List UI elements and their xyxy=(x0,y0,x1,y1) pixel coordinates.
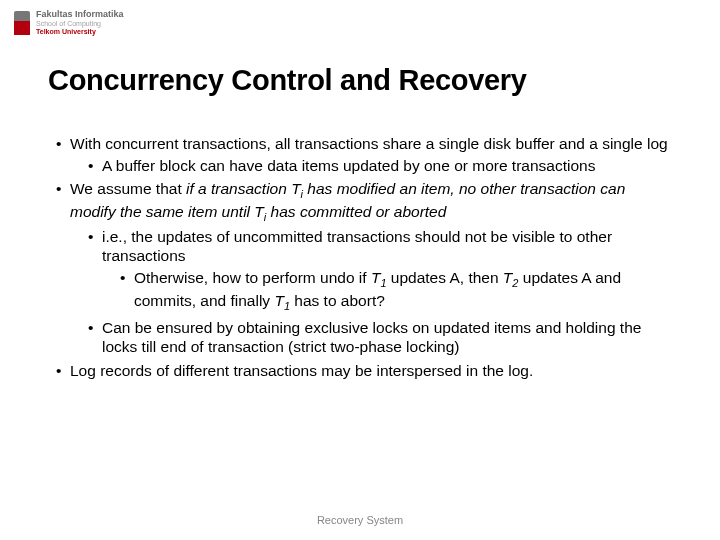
b211-T2: T xyxy=(503,269,512,286)
bullet-2-pre: We assume that xyxy=(70,180,186,197)
logo-line3: Telkom University xyxy=(36,28,124,35)
footer-text: Recovery System xyxy=(0,514,720,526)
logo: Fakultas Informatika School of Computing… xyxy=(14,10,124,35)
b211-T1: T xyxy=(371,269,380,286)
slide: Fakultas Informatika School of Computing… xyxy=(0,0,720,540)
bullet-3-text: Log records of different transactions ma… xyxy=(70,362,533,379)
b211-d: has to abort? xyxy=(290,292,385,309)
b211-b: updates A, then xyxy=(387,269,503,286)
bullet-2-1-text: i.e., the updates of uncommitted transac… xyxy=(102,228,612,265)
logo-line1: Fakultas Informatika xyxy=(36,10,124,19)
bullet-1-text: With concurrent transactions, all transa… xyxy=(70,135,668,152)
bullet-1-1-text: A buffer block can have data items updat… xyxy=(102,157,595,174)
bullet-2-itc: has committed or aborted xyxy=(266,203,446,220)
slide-title: Concurrency Control and Recovery xyxy=(48,64,527,97)
bullet-3: Log records of different transactions ma… xyxy=(56,361,674,381)
bullet-2-1: i.e., the updates of uncommitted transac… xyxy=(88,227,674,314)
bullet-2: We assume that if a transaction Ti has m… xyxy=(56,179,674,357)
bullet-2-ita: if a transaction T xyxy=(186,180,301,197)
bullet-1-1: A buffer block can have data items updat… xyxy=(88,156,674,176)
logo-text: Fakultas Informatika School of Computing… xyxy=(36,10,124,35)
logo-mark-icon xyxy=(14,11,30,35)
bullet-2-2-text: Can be ensured by obtaining exclusive lo… xyxy=(102,319,641,356)
bullet-2-2: Can be ensured by obtaining exclusive lo… xyxy=(88,318,674,357)
bullet-1: With concurrent transactions, all transa… xyxy=(56,134,674,175)
logo-line2: School of Computing xyxy=(36,20,124,27)
bullet-2-1-1: Otherwise, how to perform undo if T1 upd… xyxy=(120,268,674,314)
slide-body: With concurrent transactions, all transa… xyxy=(56,134,674,384)
b211-T3: T xyxy=(274,292,283,309)
b211-a: Otherwise, how to perform undo if xyxy=(134,269,371,286)
